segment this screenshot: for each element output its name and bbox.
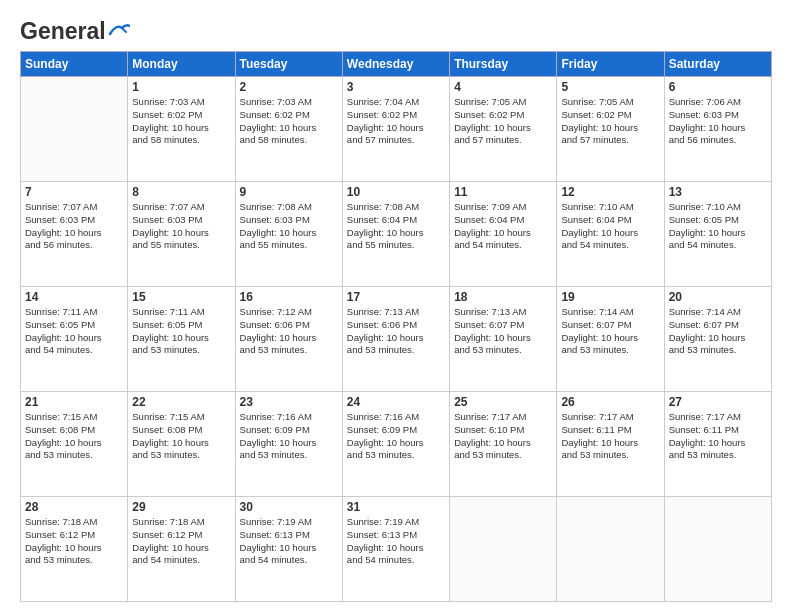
calendar-cell: 20Sunrise: 7:14 AM Sunset: 6:07 PM Dayli… xyxy=(664,287,771,392)
day-number: 25 xyxy=(454,395,552,409)
cell-info: Sunrise: 7:13 AM Sunset: 6:06 PM Dayligh… xyxy=(347,306,445,357)
calendar-cell xyxy=(450,497,557,602)
day-number: 10 xyxy=(347,185,445,199)
day-number: 5 xyxy=(561,80,659,94)
calendar-cell xyxy=(21,77,128,182)
day-number: 4 xyxy=(454,80,552,94)
cell-info: Sunrise: 7:05 AM Sunset: 6:02 PM Dayligh… xyxy=(454,96,552,147)
cell-info: Sunrise: 7:03 AM Sunset: 6:02 PM Dayligh… xyxy=(132,96,230,147)
logo-bird-icon xyxy=(108,22,130,38)
cell-info: Sunrise: 7:16 AM Sunset: 6:09 PM Dayligh… xyxy=(240,411,338,462)
day-number: 14 xyxy=(25,290,123,304)
day-number: 23 xyxy=(240,395,338,409)
calendar-cell: 23Sunrise: 7:16 AM Sunset: 6:09 PM Dayli… xyxy=(235,392,342,497)
cell-info: Sunrise: 7:07 AM Sunset: 6:03 PM Dayligh… xyxy=(132,201,230,252)
day-number: 6 xyxy=(669,80,767,94)
cell-info: Sunrise: 7:15 AM Sunset: 6:08 PM Dayligh… xyxy=(132,411,230,462)
cell-info: Sunrise: 7:16 AM Sunset: 6:09 PM Dayligh… xyxy=(347,411,445,462)
calendar-cell: 31Sunrise: 7:19 AM Sunset: 6:13 PM Dayli… xyxy=(342,497,449,602)
week-row-3: 14Sunrise: 7:11 AM Sunset: 6:05 PM Dayli… xyxy=(21,287,772,392)
col-header-thursday: Thursday xyxy=(450,52,557,77)
cell-info: Sunrise: 7:07 AM Sunset: 6:03 PM Dayligh… xyxy=(25,201,123,252)
cell-info: Sunrise: 7:17 AM Sunset: 6:11 PM Dayligh… xyxy=(669,411,767,462)
calendar-cell: 11Sunrise: 7:09 AM Sunset: 6:04 PM Dayli… xyxy=(450,182,557,287)
calendar-cell: 25Sunrise: 7:17 AM Sunset: 6:10 PM Dayli… xyxy=(450,392,557,497)
calendar-cell: 3Sunrise: 7:04 AM Sunset: 6:02 PM Daylig… xyxy=(342,77,449,182)
day-number: 19 xyxy=(561,290,659,304)
col-header-sunday: Sunday xyxy=(21,52,128,77)
col-header-monday: Monday xyxy=(128,52,235,77)
cell-info: Sunrise: 7:14 AM Sunset: 6:07 PM Dayligh… xyxy=(561,306,659,357)
cell-info: Sunrise: 7:06 AM Sunset: 6:03 PM Dayligh… xyxy=(669,96,767,147)
day-number: 1 xyxy=(132,80,230,94)
calendar-cell: 1Sunrise: 7:03 AM Sunset: 6:02 PM Daylig… xyxy=(128,77,235,182)
col-header-saturday: Saturday xyxy=(664,52,771,77)
day-number: 26 xyxy=(561,395,659,409)
calendar-cell: 16Sunrise: 7:12 AM Sunset: 6:06 PM Dayli… xyxy=(235,287,342,392)
cell-info: Sunrise: 7:09 AM Sunset: 6:04 PM Dayligh… xyxy=(454,201,552,252)
col-header-wednesday: Wednesday xyxy=(342,52,449,77)
calendar-cell: 27Sunrise: 7:17 AM Sunset: 6:11 PM Dayli… xyxy=(664,392,771,497)
cell-info: Sunrise: 7:13 AM Sunset: 6:07 PM Dayligh… xyxy=(454,306,552,357)
cell-info: Sunrise: 7:19 AM Sunset: 6:13 PM Dayligh… xyxy=(240,516,338,567)
day-number: 20 xyxy=(669,290,767,304)
calendar-cell: 6Sunrise: 7:06 AM Sunset: 6:03 PM Daylig… xyxy=(664,77,771,182)
calendar-cell: 5Sunrise: 7:05 AM Sunset: 6:02 PM Daylig… xyxy=(557,77,664,182)
day-number: 22 xyxy=(132,395,230,409)
day-number: 30 xyxy=(240,500,338,514)
day-number: 21 xyxy=(25,395,123,409)
cell-info: Sunrise: 7:17 AM Sunset: 6:11 PM Dayligh… xyxy=(561,411,659,462)
calendar-cell: 14Sunrise: 7:11 AM Sunset: 6:05 PM Dayli… xyxy=(21,287,128,392)
day-number: 27 xyxy=(669,395,767,409)
calendar-cell: 30Sunrise: 7:19 AM Sunset: 6:13 PM Dayli… xyxy=(235,497,342,602)
calendar-body: 1Sunrise: 7:03 AM Sunset: 6:02 PM Daylig… xyxy=(21,77,772,602)
calendar-cell: 26Sunrise: 7:17 AM Sunset: 6:11 PM Dayli… xyxy=(557,392,664,497)
day-number: 11 xyxy=(454,185,552,199)
calendar-cell: 7Sunrise: 7:07 AM Sunset: 6:03 PM Daylig… xyxy=(21,182,128,287)
cell-info: Sunrise: 7:17 AM Sunset: 6:10 PM Dayligh… xyxy=(454,411,552,462)
calendar-cell: 8Sunrise: 7:07 AM Sunset: 6:03 PM Daylig… xyxy=(128,182,235,287)
header: General xyxy=(20,18,772,41)
calendar-cell: 9Sunrise: 7:08 AM Sunset: 6:03 PM Daylig… xyxy=(235,182,342,287)
week-row-1: 1Sunrise: 7:03 AM Sunset: 6:02 PM Daylig… xyxy=(21,77,772,182)
calendar-cell: 28Sunrise: 7:18 AM Sunset: 6:12 PM Dayli… xyxy=(21,497,128,602)
calendar-cell: 12Sunrise: 7:10 AM Sunset: 6:04 PM Dayli… xyxy=(557,182,664,287)
week-row-2: 7Sunrise: 7:07 AM Sunset: 6:03 PM Daylig… xyxy=(21,182,772,287)
calendar-cell: 2Sunrise: 7:03 AM Sunset: 6:02 PM Daylig… xyxy=(235,77,342,182)
day-number: 17 xyxy=(347,290,445,304)
cell-info: Sunrise: 7:15 AM Sunset: 6:08 PM Dayligh… xyxy=(25,411,123,462)
day-number: 9 xyxy=(240,185,338,199)
calendar-cell: 17Sunrise: 7:13 AM Sunset: 6:06 PM Dayli… xyxy=(342,287,449,392)
day-number: 7 xyxy=(25,185,123,199)
col-header-tuesday: Tuesday xyxy=(235,52,342,77)
day-number: 13 xyxy=(669,185,767,199)
week-row-4: 21Sunrise: 7:15 AM Sunset: 6:08 PM Dayli… xyxy=(21,392,772,497)
day-number: 15 xyxy=(132,290,230,304)
cell-info: Sunrise: 7:18 AM Sunset: 6:12 PM Dayligh… xyxy=(132,516,230,567)
day-number: 24 xyxy=(347,395,445,409)
cell-info: Sunrise: 7:10 AM Sunset: 6:05 PM Dayligh… xyxy=(669,201,767,252)
cell-info: Sunrise: 7:08 AM Sunset: 6:04 PM Dayligh… xyxy=(347,201,445,252)
cell-info: Sunrise: 7:03 AM Sunset: 6:02 PM Dayligh… xyxy=(240,96,338,147)
week-row-5: 28Sunrise: 7:18 AM Sunset: 6:12 PM Dayli… xyxy=(21,497,772,602)
logo-general: General xyxy=(20,18,106,45)
calendar-cell: 10Sunrise: 7:08 AM Sunset: 6:04 PM Dayli… xyxy=(342,182,449,287)
calendar-header-row: SundayMondayTuesdayWednesdayThursdayFrid… xyxy=(21,52,772,77)
day-number: 16 xyxy=(240,290,338,304)
day-number: 18 xyxy=(454,290,552,304)
day-number: 2 xyxy=(240,80,338,94)
calendar-cell: 24Sunrise: 7:16 AM Sunset: 6:09 PM Dayli… xyxy=(342,392,449,497)
calendar-cell: 22Sunrise: 7:15 AM Sunset: 6:08 PM Dayli… xyxy=(128,392,235,497)
cell-info: Sunrise: 7:10 AM Sunset: 6:04 PM Dayligh… xyxy=(561,201,659,252)
col-header-friday: Friday xyxy=(557,52,664,77)
calendar-cell: 29Sunrise: 7:18 AM Sunset: 6:12 PM Dayli… xyxy=(128,497,235,602)
calendar-cell: 18Sunrise: 7:13 AM Sunset: 6:07 PM Dayli… xyxy=(450,287,557,392)
page: General SundayMondayTuesdayWednesdayThur… xyxy=(0,0,792,612)
day-number: 8 xyxy=(132,185,230,199)
cell-info: Sunrise: 7:19 AM Sunset: 6:13 PM Dayligh… xyxy=(347,516,445,567)
cell-info: Sunrise: 7:18 AM Sunset: 6:12 PM Dayligh… xyxy=(25,516,123,567)
day-number: 31 xyxy=(347,500,445,514)
cell-info: Sunrise: 7:08 AM Sunset: 6:03 PM Dayligh… xyxy=(240,201,338,252)
logo: General xyxy=(20,18,130,41)
day-number: 28 xyxy=(25,500,123,514)
